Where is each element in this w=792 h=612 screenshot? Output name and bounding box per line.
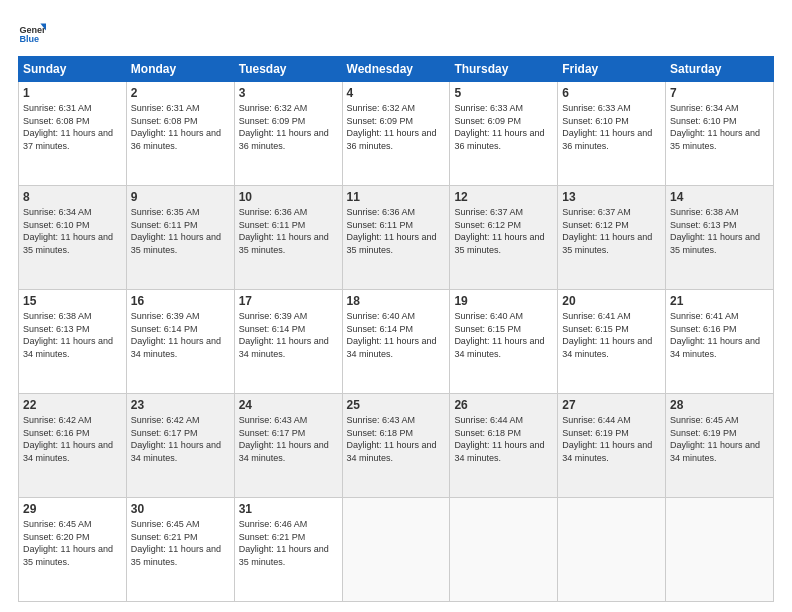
calendar-day-cell: 19 Sunrise: 6:40 AMSunset: 6:15 PMDaylig… <box>450 290 558 394</box>
calendar-day-cell: 7 Sunrise: 6:34 AMSunset: 6:10 PMDayligh… <box>666 82 774 186</box>
day-info: Sunrise: 6:41 AMSunset: 6:15 PMDaylight:… <box>562 311 652 359</box>
calendar-week-row: 1 Sunrise: 6:31 AMSunset: 6:08 PMDayligh… <box>19 82 774 186</box>
calendar-day-cell: 1 Sunrise: 6:31 AMSunset: 6:08 PMDayligh… <box>19 82 127 186</box>
day-number: 26 <box>454 398 553 412</box>
day-number: 11 <box>347 190 446 204</box>
calendar-week-row: 15 Sunrise: 6:38 AMSunset: 6:13 PMDaylig… <box>19 290 774 394</box>
day-info: Sunrise: 6:40 AMSunset: 6:14 PMDaylight:… <box>347 311 437 359</box>
calendar-day-cell <box>342 498 450 602</box>
day-info: Sunrise: 6:45 AMSunset: 6:19 PMDaylight:… <box>670 415 760 463</box>
logo-icon: General Blue <box>18 18 46 46</box>
day-info: Sunrise: 6:44 AMSunset: 6:18 PMDaylight:… <box>454 415 544 463</box>
calendar-week-row: 8 Sunrise: 6:34 AMSunset: 6:10 PMDayligh… <box>19 186 774 290</box>
day-number: 9 <box>131 190 230 204</box>
day-number: 28 <box>670 398 769 412</box>
day-info: Sunrise: 6:43 AMSunset: 6:17 PMDaylight:… <box>239 415 329 463</box>
calendar-day-cell: 14 Sunrise: 6:38 AMSunset: 6:13 PMDaylig… <box>666 186 774 290</box>
day-number: 10 <box>239 190 338 204</box>
calendar-day-cell <box>558 498 666 602</box>
calendar-day-cell: 31 Sunrise: 6:46 AMSunset: 6:21 PMDaylig… <box>234 498 342 602</box>
day-number: 18 <box>347 294 446 308</box>
calendar-day-cell: 30 Sunrise: 6:45 AMSunset: 6:21 PMDaylig… <box>126 498 234 602</box>
day-number: 15 <box>23 294 122 308</box>
calendar-week-row: 22 Sunrise: 6:42 AMSunset: 6:16 PMDaylig… <box>19 394 774 498</box>
day-number: 5 <box>454 86 553 100</box>
calendar-day-cell: 22 Sunrise: 6:42 AMSunset: 6:16 PMDaylig… <box>19 394 127 498</box>
calendar-table: SundayMondayTuesdayWednesdayThursdayFrid… <box>18 56 774 602</box>
day-number: 23 <box>131 398 230 412</box>
day-info: Sunrise: 6:45 AMSunset: 6:21 PMDaylight:… <box>131 519 221 567</box>
calendar-week-row: 29 Sunrise: 6:45 AMSunset: 6:20 PMDaylig… <box>19 498 774 602</box>
calendar-day-cell: 17 Sunrise: 6:39 AMSunset: 6:14 PMDaylig… <box>234 290 342 394</box>
day-info: Sunrise: 6:40 AMSunset: 6:15 PMDaylight:… <box>454 311 544 359</box>
calendar-header-thursday: Thursday <box>450 57 558 82</box>
day-number: 22 <box>23 398 122 412</box>
calendar-header-saturday: Saturday <box>666 57 774 82</box>
day-number: 7 <box>670 86 769 100</box>
day-info: Sunrise: 6:46 AMSunset: 6:21 PMDaylight:… <box>239 519 329 567</box>
day-info: Sunrise: 6:31 AMSunset: 6:08 PMDaylight:… <box>23 103 113 151</box>
calendar-header-wednesday: Wednesday <box>342 57 450 82</box>
calendar-day-cell: 23 Sunrise: 6:42 AMSunset: 6:17 PMDaylig… <box>126 394 234 498</box>
day-info: Sunrise: 6:39 AMSunset: 6:14 PMDaylight:… <box>131 311 221 359</box>
day-number: 12 <box>454 190 553 204</box>
day-info: Sunrise: 6:37 AMSunset: 6:12 PMDaylight:… <box>454 207 544 255</box>
calendar-day-cell: 21 Sunrise: 6:41 AMSunset: 6:16 PMDaylig… <box>666 290 774 394</box>
day-number: 14 <box>670 190 769 204</box>
calendar-day-cell: 25 Sunrise: 6:43 AMSunset: 6:18 PMDaylig… <box>342 394 450 498</box>
day-number: 25 <box>347 398 446 412</box>
day-number: 1 <box>23 86 122 100</box>
day-number: 16 <box>131 294 230 308</box>
day-info: Sunrise: 6:44 AMSunset: 6:19 PMDaylight:… <box>562 415 652 463</box>
logo: General Blue <box>18 18 46 46</box>
calendar-day-cell: 12 Sunrise: 6:37 AMSunset: 6:12 PMDaylig… <box>450 186 558 290</box>
day-info: Sunrise: 6:35 AMSunset: 6:11 PMDaylight:… <box>131 207 221 255</box>
calendar-day-cell: 27 Sunrise: 6:44 AMSunset: 6:19 PMDaylig… <box>558 394 666 498</box>
day-number: 29 <box>23 502 122 516</box>
day-number: 20 <box>562 294 661 308</box>
calendar-header-row: SundayMondayTuesdayWednesdayThursdayFrid… <box>19 57 774 82</box>
calendar-day-cell: 10 Sunrise: 6:36 AMSunset: 6:11 PMDaylig… <box>234 186 342 290</box>
calendar-day-cell: 4 Sunrise: 6:32 AMSunset: 6:09 PMDayligh… <box>342 82 450 186</box>
day-info: Sunrise: 6:32 AMSunset: 6:09 PMDaylight:… <box>347 103 437 151</box>
calendar-day-cell: 15 Sunrise: 6:38 AMSunset: 6:13 PMDaylig… <box>19 290 127 394</box>
day-info: Sunrise: 6:38 AMSunset: 6:13 PMDaylight:… <box>670 207 760 255</box>
calendar-header-sunday: Sunday <box>19 57 127 82</box>
day-info: Sunrise: 6:38 AMSunset: 6:13 PMDaylight:… <box>23 311 113 359</box>
day-info: Sunrise: 6:41 AMSunset: 6:16 PMDaylight:… <box>670 311 760 359</box>
day-number: 4 <box>347 86 446 100</box>
day-info: Sunrise: 6:33 AMSunset: 6:09 PMDaylight:… <box>454 103 544 151</box>
calendar-day-cell: 26 Sunrise: 6:44 AMSunset: 6:18 PMDaylig… <box>450 394 558 498</box>
day-info: Sunrise: 6:39 AMSunset: 6:14 PMDaylight:… <box>239 311 329 359</box>
calendar-day-cell: 2 Sunrise: 6:31 AMSunset: 6:08 PMDayligh… <box>126 82 234 186</box>
day-info: Sunrise: 6:34 AMSunset: 6:10 PMDaylight:… <box>23 207 113 255</box>
day-number: 3 <box>239 86 338 100</box>
day-number: 24 <box>239 398 338 412</box>
calendar-day-cell: 20 Sunrise: 6:41 AMSunset: 6:15 PMDaylig… <box>558 290 666 394</box>
day-info: Sunrise: 6:45 AMSunset: 6:20 PMDaylight:… <box>23 519 113 567</box>
calendar-day-cell: 9 Sunrise: 6:35 AMSunset: 6:11 PMDayligh… <box>126 186 234 290</box>
calendar-day-cell: 29 Sunrise: 6:45 AMSunset: 6:20 PMDaylig… <box>19 498 127 602</box>
day-number: 8 <box>23 190 122 204</box>
calendar-header-friday: Friday <box>558 57 666 82</box>
day-info: Sunrise: 6:33 AMSunset: 6:10 PMDaylight:… <box>562 103 652 151</box>
day-info: Sunrise: 6:37 AMSunset: 6:12 PMDaylight:… <box>562 207 652 255</box>
day-number: 19 <box>454 294 553 308</box>
day-info: Sunrise: 6:36 AMSunset: 6:11 PMDaylight:… <box>347 207 437 255</box>
calendar-day-cell: 11 Sunrise: 6:36 AMSunset: 6:11 PMDaylig… <box>342 186 450 290</box>
calendar-day-cell: 13 Sunrise: 6:37 AMSunset: 6:12 PMDaylig… <box>558 186 666 290</box>
calendar-day-cell: 3 Sunrise: 6:32 AMSunset: 6:09 PMDayligh… <box>234 82 342 186</box>
day-number: 21 <box>670 294 769 308</box>
calendar-day-cell <box>450 498 558 602</box>
svg-text:Blue: Blue <box>19 34 39 44</box>
day-number: 31 <box>239 502 338 516</box>
day-number: 27 <box>562 398 661 412</box>
day-info: Sunrise: 6:31 AMSunset: 6:08 PMDaylight:… <box>131 103 221 151</box>
calendar-day-cell: 16 Sunrise: 6:39 AMSunset: 6:14 PMDaylig… <box>126 290 234 394</box>
calendar-day-cell: 18 Sunrise: 6:40 AMSunset: 6:14 PMDaylig… <box>342 290 450 394</box>
calendar-day-cell: 8 Sunrise: 6:34 AMSunset: 6:10 PMDayligh… <box>19 186 127 290</box>
day-number: 2 <box>131 86 230 100</box>
day-number: 30 <box>131 502 230 516</box>
day-info: Sunrise: 6:34 AMSunset: 6:10 PMDaylight:… <box>670 103 760 151</box>
calendar-day-cell: 24 Sunrise: 6:43 AMSunset: 6:17 PMDaylig… <box>234 394 342 498</box>
